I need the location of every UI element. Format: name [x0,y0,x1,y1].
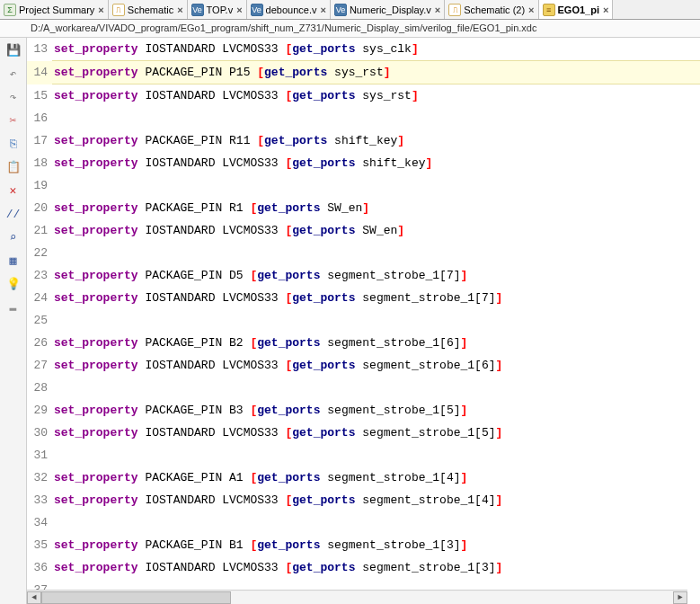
code-content[interactable]: set_property PACKAGE_PIN A1 [get_ports s… [52,466,700,489]
close-icon[interactable]: × [236,4,242,15]
tab-icon: ⎍ [448,4,461,16]
tab-ego1-pi[interactable]: ≡EGO1_pi× [539,0,614,19]
scroll-track[interactable] [41,591,673,604]
line-number: 27 [27,354,52,377]
code-line[interactable]: 21set_property IOSTANDARD LVCMOS33 [get_… [27,219,700,242]
code-editor[interactable]: 13set_property IOSTANDARD LVCMOS33 [get_… [27,38,700,604]
code-line[interactable]: 29set_property PACKAGE_PIN B3 [get_ports… [27,399,700,422]
tab-icon: ⎍ [112,4,125,16]
code-content[interactable] [52,107,700,129]
tab-icon: Ve [251,4,263,16]
more-icon[interactable]: ▬ [4,298,22,316]
close-icon[interactable]: × [98,4,103,15]
code-line[interactable]: 30set_property IOSTANDARD LVCMOS33 [get_… [27,422,700,444]
code-content[interactable]: set_property IOSTANDARD LVCMOS33 [get_po… [52,556,700,579]
close-icon[interactable]: × [603,4,608,15]
code-line[interactable]: 32set_property PACKAGE_PIN A1 [get_ports… [27,466,700,489]
code-content[interactable] [52,174,700,197]
bulb-icon[interactable]: 💡 [4,275,22,293]
code-line[interactable]: 18set_property IOSTANDARD LVCMOS33 [get_… [27,152,700,174]
code-line[interactable]: 20set_property PACKAGE_PIN R1 [get_ports… [27,197,700,219]
editor-tabs: ΣProject Summary×⎍Schematic×VeTOP.v×Vede… [0,0,700,20]
code-content[interactable]: set_property PACKAGE_PIN B1 [get_ports s… [52,534,700,556]
code-content[interactable] [52,377,700,399]
code-line[interactable]: 36set_property IOSTANDARD LVCMOS33 [get_… [27,556,700,579]
code-line[interactable]: 19 [27,174,700,197]
scroll-left-icon[interactable]: ◄ [27,591,41,604]
code-content[interactable] [52,444,700,466]
code-content[interactable]: set_property IOSTANDARD LVCMOS33 [get_po… [52,287,700,309]
tab-label: EGO1_pi [558,4,599,15]
cut-icon[interactable]: ✂ [4,111,22,129]
find-icon[interactable]: ⌕ [4,228,22,246]
collapse-icon[interactable]: ▦ [4,252,22,270]
line-number: 23 [27,264,52,287]
code-content[interactable] [52,242,700,264]
horizontal-scrollbar[interactable]: ◄ ► [27,590,687,604]
code-line[interactable]: 31 [27,444,700,466]
code-line[interactable]: 14set_property PACKAGE_PIN P15 [get_port… [27,61,700,84]
code-content[interactable]: set_property IOSTANDARD LVCMOS33 [get_po… [52,84,700,108]
tab-numeric-display-v[interactable]: VeNumeric_Display.v× [331,0,445,19]
code-content[interactable]: set_property PACKAGE_PIN R11 [get_ports … [52,129,700,152]
code-content[interactable]: set_property IOSTANDARD LVCMOS33 [get_po… [52,422,700,444]
code-content[interactable]: set_property IOSTANDARD LVCMOS33 [get_po… [52,489,700,511]
line-number: 17 [27,129,52,152]
code-content[interactable]: set_property PACKAGE_PIN B2 [get_ports s… [52,332,700,354]
code-line[interactable]: 22 [27,242,700,264]
close-icon[interactable]: × [177,4,182,15]
line-number: 36 [27,556,52,579]
copy-icon[interactable]: ⎘ [4,135,22,153]
close-icon[interactable]: × [435,4,440,15]
tab-schematic[interactable]: ⎍Schematic× [109,0,188,19]
undo-icon[interactable]: ↶ [4,65,22,83]
code-content[interactable] [52,309,700,332]
code-content[interactable]: set_property IOSTANDARD LVCMOS33 [get_po… [52,38,700,61]
line-number: 34 [27,511,52,534]
tab-icon: Ve [191,4,204,16]
line-number: 29 [27,399,52,422]
line-number: 24 [27,287,52,309]
comment-icon[interactable]: // [4,205,22,223]
code-line[interactable]: 17set_property PACKAGE_PIN R11 [get_port… [27,129,700,152]
code-content[interactable]: set_property IOSTANDARD LVCMOS33 [get_po… [52,152,700,174]
code-line[interactable]: 28 [27,377,700,399]
paste-icon[interactable]: 📋 [4,158,22,176]
close-icon[interactable]: × [528,4,534,15]
code-line[interactable]: 15set_property IOSTANDARD LVCMOS33 [get_… [27,84,700,108]
line-number: 33 [27,489,52,511]
code-content[interactable]: set_property PACKAGE_PIN B3 [get_ports s… [52,399,700,422]
code-line[interactable]: 27set_property IOSTANDARD LVCMOS33 [get_… [27,354,700,377]
delete-icon[interactable]: ✕ [4,182,22,200]
code-line[interactable]: 33set_property IOSTANDARD LVCMOS33 [get_… [27,489,700,511]
code-line[interactable]: 24set_property IOSTANDARD LVCMOS33 [get_… [27,287,700,309]
line-number: 14 [27,61,52,84]
code-content[interactable]: set_property IOSTANDARD LVCMOS33 [get_po… [52,354,700,377]
code-line[interactable]: 35set_property PACKAGE_PIN B1 [get_ports… [27,534,700,556]
code-line[interactable]: 23set_property PACKAGE_PIN D5 [get_ports… [27,264,700,287]
tab-schematic-2-[interactable]: ⎍Schematic (2)× [445,0,538,19]
code-content[interactable]: set_property PACKAGE_PIN D5 [get_ports s… [52,264,700,287]
code-line[interactable]: 16 [27,107,700,129]
line-number: 16 [27,107,52,129]
tab-debounce-v[interactable]: Vedebounce.v× [247,0,331,19]
scroll-right-icon[interactable]: ► [673,591,687,604]
code-content[interactable]: set_property IOSTANDARD LVCMOS33 [get_po… [52,219,700,242]
code-line[interactable]: 13set_property IOSTANDARD LVCMOS33 [get_… [27,38,700,61]
line-number: 15 [27,84,52,108]
tab-project-summary[interactable]: ΣProject Summary× [0,0,109,19]
close-icon[interactable]: × [320,4,325,15]
tab-label: Schematic (2) [464,4,525,15]
file-path-bar: D:/A_workarea/VIVADO_program/EGo1_progra… [0,20,700,38]
code-line[interactable]: 26set_property PACKAGE_PIN B2 [get_ports… [27,332,700,354]
scroll-thumb[interactable] [41,591,231,604]
code-content[interactable]: set_property PACKAGE_PIN P15 [get_ports … [52,61,700,84]
save-icon[interactable]: 💾 [4,41,22,59]
code-content[interactable] [52,511,700,534]
line-number: 18 [27,152,52,174]
redo-icon[interactable]: ↷ [4,88,22,106]
code-content[interactable]: set_property PACKAGE_PIN R1 [get_ports S… [52,197,700,219]
code-line[interactable]: 34 [27,511,700,534]
tab-top-v[interactable]: VeTOP.v× [188,0,247,19]
code-line[interactable]: 25 [27,309,700,332]
